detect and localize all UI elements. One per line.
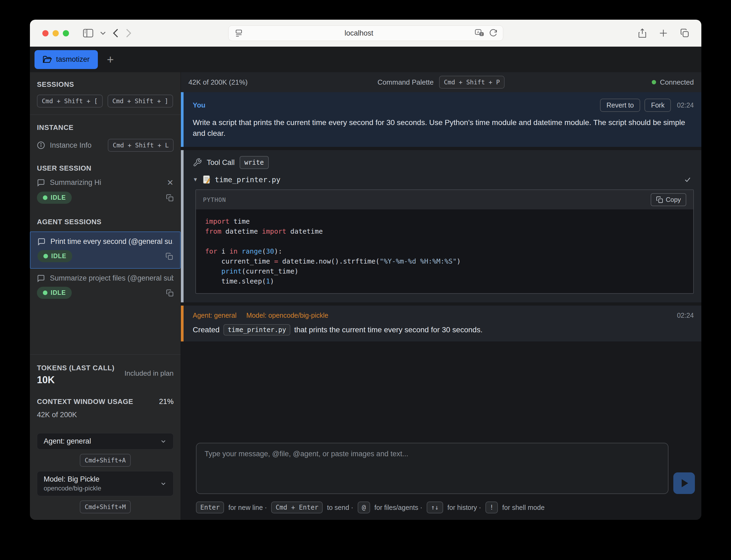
back-button[interactable] [113,28,119,38]
copy-icon [166,194,174,202]
agent-select-value: Agent: general [44,437,160,445]
sidebar-chevron-button[interactable] [100,31,106,35]
copy-icon [166,289,174,297]
sidebar-divider [30,354,181,355]
kbd-command-palette[interactable]: Cmd + Shift + P [439,76,505,89]
hint-kbd: @ [358,502,370,513]
model-select[interactable]: Model: Big Pickle opencode/big-pickle [37,471,174,496]
agent-text-prefix: Created [193,326,220,334]
session-title: Print time every second (@general su... [50,237,173,246]
wrench-icon [193,158,202,167]
command-palette-label: Command Palette [378,78,434,87]
kbd-model-select: Cmd+Shift+M [80,500,130,513]
chevron-down-icon [160,480,167,487]
zoom-window-button[interactable] [63,30,69,36]
tab-label: tasmotizer [56,55,90,64]
sidebar-toggle-button[interactable] [83,29,93,37]
back-chevron-icon [113,28,119,38]
hint-kbd: ! [485,502,498,513]
status-badge: IDLE [37,287,72,299]
tokens-value: 10K [37,374,125,386]
close-session-button[interactable]: ✕ [167,178,174,187]
close-window-button[interactable] [42,30,49,36]
kbd-next-session: Cmd + Shift + ] [108,95,173,108]
chat-messages: You Revert to Fork 02:24 Write a script … [181,92,701,437]
hint-text: for shell mode [502,504,544,511]
chat-bubble-icon [37,238,46,246]
session-item-agent-selected[interactable]: Print time every second (@general su... … [30,231,181,269]
idle-dot-icon [43,291,47,295]
tokens-note: Included in plan [125,369,174,378]
code-line: current_time = datetime.now().strftime("… [205,256,684,266]
forward-button[interactable] [126,28,132,38]
connection-status: Connected [660,78,694,87]
new-tab-button[interactable] [659,29,668,38]
sessions-section-label: SESSIONS [30,80,181,89]
minimize-window-button[interactable] [53,30,59,36]
agent-sessions-section-label: AGENT SESSIONS [30,218,181,226]
message-input[interactable] [196,443,668,494]
inline-code-chip: time_printer.py [223,324,291,336]
disclosure-triangle[interactable]: ▼ [193,177,198,183]
hint-kbd: Cmd + Enter [271,502,323,513]
hint-kbd: Enter [196,502,224,513]
app-tab-bar: tasmotizer + [30,47,701,72]
svg-text:A: A [477,30,479,34]
main-panel: 42K of 200K (21%) Command Palette Cmd + … [181,72,701,520]
sidebar: SESSIONS Cmd + Shift + [ Cmd + Shift + ]… [30,72,181,520]
model-meta-label: Model: opencode/big-pickle [246,312,328,319]
add-tab-button[interactable]: + [107,54,114,65]
folder-icon [43,56,52,64]
translate-icon[interactable]: A 文 [475,29,484,37]
svg-text:文: 文 [480,33,483,36]
kbd-instance-info: Cmd + Shift + L [108,139,174,152]
agent-meta-label: Agent: general [193,312,237,319]
hint-text: for history · [447,504,481,511]
tabs-overview-icon [680,28,689,38]
copy-icon [165,253,173,260]
reload-icon[interactable] [489,29,498,37]
code-content: import timefrom datetime import datetime… [196,209,693,293]
session-item-agent[interactable]: Summarize project files (@general sub...… [30,269,181,305]
agent-message: Agent: general Model: opencode/big-pickl… [181,306,701,341]
session-item-user[interactable]: Summarizing Hi ✕ IDLE [30,172,181,210]
share-button[interactable] [638,28,647,38]
composer-hints: Enterfor new line ·Cmd + Enterto send ·@… [196,502,695,513]
hint-text: for new line · [228,504,267,511]
copy-session-button[interactable] [165,253,173,260]
tab-tasmotizer[interactable]: tasmotizer [35,50,98,69]
chevron-down-icon [100,31,106,35]
address-bar[interactable]: localhost A 文 [228,25,503,41]
code-line: time.sleep(1) [205,276,684,286]
idle-dot-icon [43,195,47,200]
agent-select[interactable]: Agent: general [37,433,174,450]
plus-icon [659,29,668,38]
instance-info-item[interactable]: Instance Info Cmd + Shift + L [30,139,181,152]
sidebar-toggle-icon [83,29,93,37]
info-icon [37,141,45,149]
chat-bubble-icon [37,274,45,282]
send-play-icon [682,479,688,487]
connected-dot-icon [652,80,656,84]
tab-overview-button[interactable] [680,28,689,38]
traffic-lights [42,30,69,36]
user-message: You Revert to Fork 02:24 Write a script … [181,92,701,147]
message-timestamp: 02:24 [677,101,694,109]
tool-name-chip: write [240,156,269,169]
fork-button[interactable]: Fork [644,99,671,112]
code-panel: PYTHON Copy import timefrom datetime imp… [195,189,694,294]
context-usage-detail: 42K of 200K [37,411,77,419]
context-usage-summary: 42K of 200K (21%) [188,78,312,87]
copy-code-button[interactable]: Copy [651,193,686,206]
copy-session-button[interactable] [166,194,174,202]
instance-section-label: INSTANCE [30,123,181,132]
code-line [205,236,684,246]
send-button[interactable] [673,472,695,494]
browser-chrome: localhost A 文 [30,20,701,47]
composer: Enterfor new line ·Cmd + Enterto send ·@… [181,437,701,520]
revert-to-button[interactable]: Revert to [600,99,640,112]
user-session-section-label: USER SESSION [30,164,181,172]
copy-session-button[interactable] [166,289,174,297]
code-line: from datetime import datetime [205,226,684,236]
code-line: import time [205,216,684,226]
